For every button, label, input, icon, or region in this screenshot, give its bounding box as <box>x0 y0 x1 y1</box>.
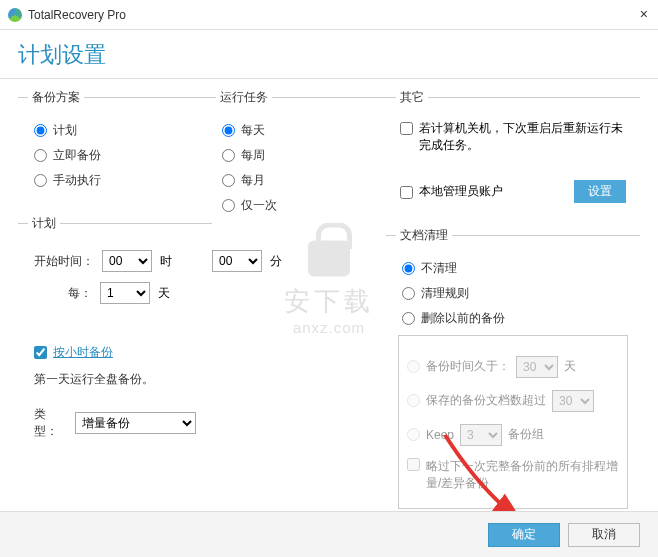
titlebar: TotalRecovery Pro × <box>0 0 658 30</box>
radio-daily[interactable] <box>222 124 235 137</box>
first-day-note: 第一天运行全盘备份。 <box>34 371 196 388</box>
app-title: TotalRecovery Pro <box>28 8 126 22</box>
backup-plan-legend: 备份方案 <box>28 89 84 106</box>
radio-count-over <box>407 394 420 407</box>
every-label: 每： <box>68 285 92 302</box>
misc-legend: 其它 <box>396 89 428 106</box>
minute-select[interactable]: 00 <box>212 250 262 272</box>
older-select: 30 <box>516 356 558 378</box>
cleanup-sub: 备份时间久于： 30 天 保存的备份文档数超过 30 Keep 3 备份组 <box>398 335 628 509</box>
radio-no-clean[interactable] <box>402 262 415 275</box>
cleanup-legend: 文档清理 <box>396 227 452 244</box>
plan-group: 计划 开始时间： 00 时 每： 1 天 按小时备份 第一天运行全盘备份。 类型… <box>18 215 212 460</box>
footer: 确定 取消 <box>0 511 658 557</box>
skip-checkbox <box>407 458 420 471</box>
admin-label: 本地管理员账户 <box>419 183 568 200</box>
hour-select[interactable]: 00 <box>102 250 152 272</box>
radio-delete-old[interactable] <box>402 312 415 325</box>
misc-group: 其它 若计算机关机，下次重启后重新运行未完成任务。 本地管理员账户 设置 <box>386 89 640 219</box>
content: 备份方案 计划 立即备份 手动执行 计划 开始时间： 00 时 每： 1 天 按… <box>0 79 658 527</box>
type-label: 类型： <box>34 406 67 440</box>
plan-legend: 计划 <box>28 215 60 232</box>
admin-checkbox[interactable] <box>400 186 413 199</box>
restart-checkbox[interactable] <box>400 122 413 135</box>
radio-plan[interactable] <box>34 124 47 137</box>
every-select[interactable]: 1 <box>100 282 150 304</box>
cleanup-group: 文档清理 不清理 清理规则 删除以前的备份 备份时间久于： 30 天 保存的备份… <box>386 227 640 519</box>
radio-immediate[interactable] <box>34 149 47 162</box>
start-time-label: 开始时间： <box>34 253 94 270</box>
hourly-checkbox[interactable] <box>34 346 47 359</box>
type-select[interactable]: 增量备份 <box>75 412 196 434</box>
cancel-button[interactable]: 取消 <box>568 523 640 547</box>
run-task-legend: 运行任务 <box>216 89 272 106</box>
page-title: 计划设置 <box>0 30 658 79</box>
close-icon[interactable]: × <box>640 6 648 22</box>
hourly-link[interactable]: 按小时备份 <box>53 344 113 361</box>
radio-keep <box>407 428 420 441</box>
run-task-group: 运行任务 每天 每周 每月 仅一次 <box>206 89 386 232</box>
set-button[interactable]: 设置 <box>574 180 626 203</box>
radio-older-than <box>407 360 420 373</box>
radio-monthly[interactable] <box>222 174 235 187</box>
radio-clean-rules[interactable] <box>402 287 415 300</box>
restart-label: 若计算机关机，下次重启后重新运行未完成任务。 <box>419 120 626 154</box>
radio-once[interactable] <box>222 199 235 212</box>
keep-select: 3 <box>460 424 502 446</box>
count-select: 30 <box>552 390 594 412</box>
app-icon <box>8 8 22 22</box>
ok-button[interactable]: 确定 <box>488 523 560 547</box>
backup-plan-group: 备份方案 计划 立即备份 手动执行 <box>18 89 206 207</box>
radio-weekly[interactable] <box>222 149 235 162</box>
radio-manual[interactable] <box>34 174 47 187</box>
